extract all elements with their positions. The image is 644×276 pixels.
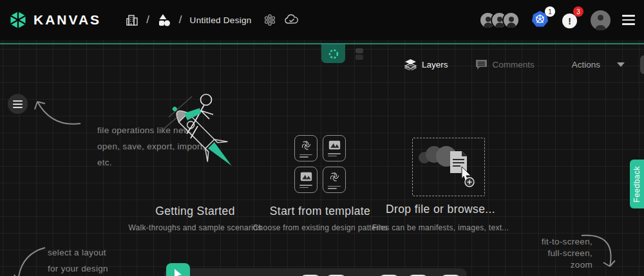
organization-icon[interactable] xyxy=(126,13,138,27)
templates-subtitle: Choose from existing design patterns xyxy=(253,223,388,232)
kanvas-logo-icon xyxy=(9,11,27,29)
canvas-top-controls: Layers Comments Actions Share xyxy=(404,55,644,74)
file-menu-button[interactable] xyxy=(8,94,28,114)
comments-label: Comments xyxy=(493,60,535,69)
fileops-arrow xyxy=(26,90,84,129)
template-text-lines xyxy=(328,152,341,156)
tab-topology-view[interactable] xyxy=(321,44,345,63)
design-canvas[interactable]: Layers Comments Actions Share xyxy=(0,40,644,276)
pattern-swirl-icon xyxy=(328,171,340,183)
feedback-tab[interactable]: Feedback xyxy=(630,160,644,208)
layers-icon xyxy=(404,59,417,70)
layers-label: Layers xyxy=(422,60,448,69)
select-tool-button[interactable] xyxy=(166,263,190,276)
dropzone-illustration xyxy=(413,138,484,195)
tab-stack-view[interactable] xyxy=(350,46,369,62)
template-card-image[interactable] xyxy=(323,135,346,161)
layout-annotation: select a layout for your design xyxy=(48,244,108,276)
cloud-sync-icon[interactable] xyxy=(284,14,299,26)
collaborator-avatars[interactable] xyxy=(479,12,520,29)
chevron-down-icon xyxy=(617,62,625,67)
template-image-icon xyxy=(300,172,312,181)
template-text-lines xyxy=(299,153,312,158)
zoom-arrow xyxy=(576,214,621,271)
template-grid[interactable] xyxy=(294,135,346,193)
rocket-illustration xyxy=(147,85,247,171)
bottom-toolbar: T xyxy=(164,268,467,276)
layout-arrow xyxy=(12,205,50,250)
kubernetes-count-badge: 1 xyxy=(545,6,555,17)
breadcrumb-separator: / xyxy=(146,14,149,26)
header-right: 1 ! 3 xyxy=(479,10,635,30)
template-text-lines xyxy=(299,183,312,188)
template-text-lines xyxy=(328,185,341,189)
kanvas-app: KANVAS / / Untitled Design xyxy=(0,0,644,276)
header-menu-icon[interactable] xyxy=(622,15,635,25)
share-button[interactable]: Share xyxy=(640,55,644,74)
template-card-pattern[interactable] xyxy=(323,167,346,193)
template-image-icon xyxy=(328,140,341,150)
getting-started-subtitle: Walk-throughs and sample scenarios xyxy=(128,223,261,232)
document-title[interactable]: Untitled Design xyxy=(190,15,252,25)
menu-icon xyxy=(13,100,23,108)
layers-button[interactable]: Layers xyxy=(404,59,448,70)
pattern-swirl-icon xyxy=(300,140,312,151)
comments-button[interactable]: Comments xyxy=(475,59,535,70)
workload-dots-icon[interactable] xyxy=(263,14,276,26)
getting-started-title[interactable]: Getting Started xyxy=(155,205,235,218)
user-avatar[interactable] xyxy=(591,10,611,30)
comments-icon xyxy=(475,59,488,70)
stack-view-icon xyxy=(354,48,365,60)
feedback-label: Feedback xyxy=(632,166,641,203)
topology-view-icon xyxy=(328,48,339,60)
project-shapes-icon[interactable] xyxy=(157,14,171,27)
brand-name: KANVAS xyxy=(33,12,101,28)
brand[interactable]: KANVAS xyxy=(9,11,101,29)
file-dropzone[interactable] xyxy=(412,138,485,196)
alerts-badge[interactable]: ! 3 xyxy=(562,10,579,30)
dropzone-title[interactable]: Drop file or browse... xyxy=(386,203,495,216)
cursor-plus-icon xyxy=(462,167,474,187)
breadcrumb-separator: / xyxy=(179,14,182,26)
actions-label: Actions xyxy=(572,60,600,69)
template-card-image[interactable] xyxy=(294,167,317,193)
templates-title[interactable]: Start from template xyxy=(270,205,370,218)
actions-dropdown[interactable]: Actions xyxy=(572,60,625,69)
scarf xyxy=(184,108,201,120)
collaborator-avatar[interactable] xyxy=(502,12,520,29)
cursor-icon xyxy=(173,268,184,276)
kubernetes-status-badge[interactable]: 1 xyxy=(531,10,551,30)
alert-count-badge: 3 xyxy=(573,6,583,17)
header: KANVAS / / Untitled Design xyxy=(0,0,644,40)
dropzone-subtitle: Files can be manifests, images, text... xyxy=(372,223,509,232)
breadcrumb: / / Untitled Design xyxy=(126,13,299,27)
template-card-pattern[interactable] xyxy=(294,135,317,161)
